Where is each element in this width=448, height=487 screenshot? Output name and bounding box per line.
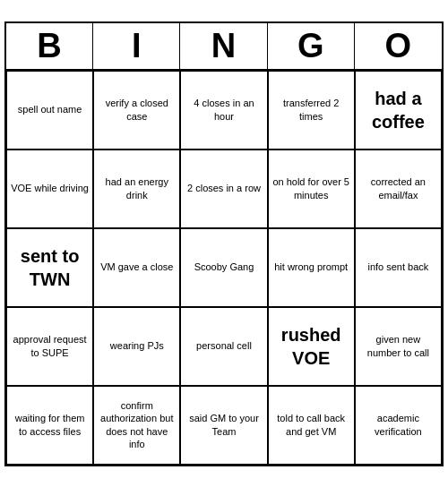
- bingo-header-letter: G: [268, 23, 355, 69]
- bingo-cell: wearing PJs: [93, 307, 180, 386]
- bingo-cell: VOE while driving: [6, 150, 93, 228]
- bingo-cell: confirm authorization but does not have …: [93, 386, 180, 465]
- bingo-header: BINGO: [6, 23, 442, 71]
- bingo-cell: had an energy drink: [93, 150, 180, 228]
- bingo-cell: approval request to SUPE: [6, 307, 93, 386]
- bingo-cell: academic verification: [355, 386, 442, 465]
- bingo-cell: spell out name: [6, 71, 93, 150]
- bingo-cell: sent to TWN: [6, 228, 93, 307]
- bingo-cell: said GM to your Team: [180, 386, 267, 465]
- bingo-cell: 4 closes in an hour: [180, 71, 267, 150]
- bingo-cell: info sent back: [355, 228, 442, 307]
- bingo-cell: given new number to call: [355, 307, 442, 386]
- bingo-card: BINGO spell out nameverify a closed case…: [4, 21, 444, 466]
- bingo-header-letter: B: [6, 23, 93, 69]
- bingo-cell: waiting for them to access files: [6, 386, 93, 465]
- bingo-header-letter: O: [355, 23, 442, 69]
- bingo-cell: VM gave a close: [93, 228, 180, 307]
- bingo-grid: spell out nameverify a closed case4 clos…: [6, 71, 442, 465]
- bingo-cell: had a coffee: [355, 71, 442, 150]
- bingo-cell: Scooby Gang: [180, 228, 267, 307]
- bingo-cell: personal cell: [180, 307, 267, 386]
- bingo-cell: told to call back and get VM: [268, 386, 355, 465]
- bingo-cell: on hold for over 5 minutes: [268, 150, 355, 228]
- bingo-cell: corrected an email/fax: [355, 150, 442, 228]
- bingo-cell: rushed VOE: [268, 307, 355, 386]
- bingo-header-letter: I: [93, 23, 180, 69]
- bingo-cell: 2 closes in a row: [180, 150, 267, 228]
- bingo-cell: verify a closed case: [93, 71, 180, 150]
- bingo-cell: hit wrong prompt: [268, 228, 355, 307]
- bingo-cell: transferred 2 times: [268, 71, 355, 150]
- bingo-header-letter: N: [180, 23, 267, 69]
